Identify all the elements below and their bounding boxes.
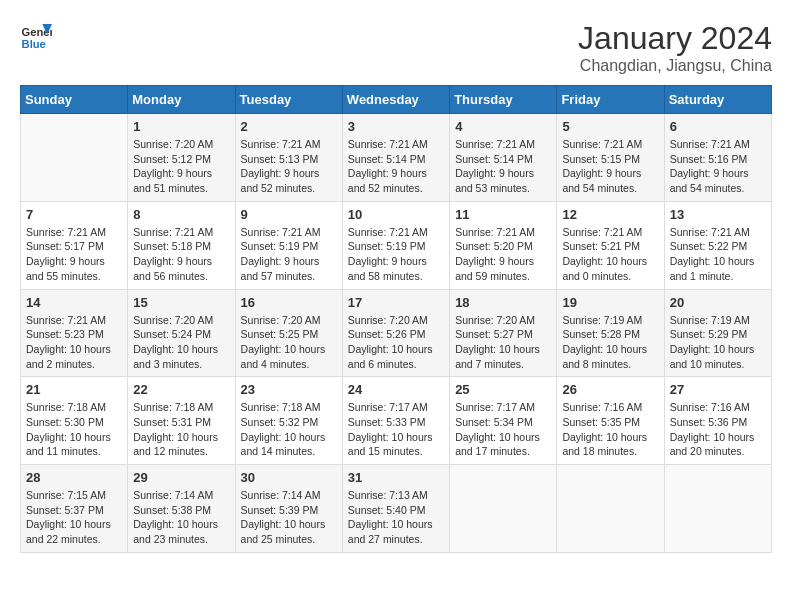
calendar-cell: 1Sunrise: 7:20 AMSunset: 5:12 PMDaylight…: [128, 114, 235, 202]
day-info: Sunrise: 7:17 AMSunset: 5:34 PMDaylight:…: [455, 400, 551, 459]
calendar-cell: 11Sunrise: 7:21 AMSunset: 5:20 PMDayligh…: [450, 201, 557, 289]
calendar-cell: 20Sunrise: 7:19 AMSunset: 5:29 PMDayligh…: [664, 289, 771, 377]
day-info: Sunrise: 7:17 AMSunset: 5:33 PMDaylight:…: [348, 400, 444, 459]
day-info: Sunrise: 7:21 AMSunset: 5:21 PMDaylight:…: [562, 225, 658, 284]
day-number: 8: [133, 207, 229, 222]
day-number: 18: [455, 295, 551, 310]
calendar-cell: 17Sunrise: 7:20 AMSunset: 5:26 PMDayligh…: [342, 289, 449, 377]
day-info: Sunrise: 7:16 AMSunset: 5:36 PMDaylight:…: [670, 400, 766, 459]
day-number: 15: [133, 295, 229, 310]
calendar-cell: 29Sunrise: 7:14 AMSunset: 5:38 PMDayligh…: [128, 465, 235, 553]
day-info: Sunrise: 7:18 AMSunset: 5:30 PMDaylight:…: [26, 400, 122, 459]
calendar-week-row: 1Sunrise: 7:20 AMSunset: 5:12 PMDaylight…: [21, 114, 772, 202]
weekday-header-cell: Thursday: [450, 86, 557, 114]
calendar-cell: 8Sunrise: 7:21 AMSunset: 5:18 PMDaylight…: [128, 201, 235, 289]
day-info: Sunrise: 7:16 AMSunset: 5:35 PMDaylight:…: [562, 400, 658, 459]
calendar-cell: 21Sunrise: 7:18 AMSunset: 5:30 PMDayligh…: [21, 377, 128, 465]
day-info: Sunrise: 7:14 AMSunset: 5:38 PMDaylight:…: [133, 488, 229, 547]
calendar-cell: 3Sunrise: 7:21 AMSunset: 5:14 PMDaylight…: [342, 114, 449, 202]
day-number: 1: [133, 119, 229, 134]
day-info: Sunrise: 7:21 AMSunset: 5:13 PMDaylight:…: [241, 137, 337, 196]
day-number: 27: [670, 382, 766, 397]
day-number: 28: [26, 470, 122, 485]
calendar-cell: 26Sunrise: 7:16 AMSunset: 5:35 PMDayligh…: [557, 377, 664, 465]
day-number: 19: [562, 295, 658, 310]
calendar-cell: 10Sunrise: 7:21 AMSunset: 5:19 PMDayligh…: [342, 201, 449, 289]
day-info: Sunrise: 7:21 AMSunset: 5:22 PMDaylight:…: [670, 225, 766, 284]
day-info: Sunrise: 7:15 AMSunset: 5:37 PMDaylight:…: [26, 488, 122, 547]
day-info: Sunrise: 7:21 AMSunset: 5:19 PMDaylight:…: [241, 225, 337, 284]
day-info: Sunrise: 7:19 AMSunset: 5:29 PMDaylight:…: [670, 313, 766, 372]
calendar-week-row: 14Sunrise: 7:21 AMSunset: 5:23 PMDayligh…: [21, 289, 772, 377]
day-number: 16: [241, 295, 337, 310]
day-info: Sunrise: 7:20 AMSunset: 5:27 PMDaylight:…: [455, 313, 551, 372]
day-info: Sunrise: 7:20 AMSunset: 5:26 PMDaylight:…: [348, 313, 444, 372]
logo-icon: General Blue: [20, 20, 52, 52]
calendar-cell: [557, 465, 664, 553]
day-number: 29: [133, 470, 229, 485]
calendar-cell: [21, 114, 128, 202]
calendar-week-row: 28Sunrise: 7:15 AMSunset: 5:37 PMDayligh…: [21, 465, 772, 553]
day-info: Sunrise: 7:19 AMSunset: 5:28 PMDaylight:…: [562, 313, 658, 372]
day-number: 2: [241, 119, 337, 134]
calendar-cell: 22Sunrise: 7:18 AMSunset: 5:31 PMDayligh…: [128, 377, 235, 465]
calendar-cell: 19Sunrise: 7:19 AMSunset: 5:28 PMDayligh…: [557, 289, 664, 377]
day-number: 4: [455, 119, 551, 134]
calendar-cell: 12Sunrise: 7:21 AMSunset: 5:21 PMDayligh…: [557, 201, 664, 289]
day-info: Sunrise: 7:18 AMSunset: 5:31 PMDaylight:…: [133, 400, 229, 459]
logo: General Blue: [20, 20, 52, 52]
calendar-table: SundayMondayTuesdayWednesdayThursdayFrid…: [20, 85, 772, 553]
calendar-cell: 9Sunrise: 7:21 AMSunset: 5:19 PMDaylight…: [235, 201, 342, 289]
weekday-header-cell: Wednesday: [342, 86, 449, 114]
day-info: Sunrise: 7:21 AMSunset: 5:20 PMDaylight:…: [455, 225, 551, 284]
calendar-week-row: 7Sunrise: 7:21 AMSunset: 5:17 PMDaylight…: [21, 201, 772, 289]
calendar-cell: 28Sunrise: 7:15 AMSunset: 5:37 PMDayligh…: [21, 465, 128, 553]
day-number: 17: [348, 295, 444, 310]
calendar-cell: 16Sunrise: 7:20 AMSunset: 5:25 PMDayligh…: [235, 289, 342, 377]
weekday-header-cell: Saturday: [664, 86, 771, 114]
calendar-cell: 4Sunrise: 7:21 AMSunset: 5:14 PMDaylight…: [450, 114, 557, 202]
calendar-cell: 27Sunrise: 7:16 AMSunset: 5:36 PMDayligh…: [664, 377, 771, 465]
day-info: Sunrise: 7:13 AMSunset: 5:40 PMDaylight:…: [348, 488, 444, 547]
day-info: Sunrise: 7:20 AMSunset: 5:12 PMDaylight:…: [133, 137, 229, 196]
day-number: 3: [348, 119, 444, 134]
day-info: Sunrise: 7:21 AMSunset: 5:19 PMDaylight:…: [348, 225, 444, 284]
day-number: 11: [455, 207, 551, 222]
svg-text:Blue: Blue: [22, 38, 46, 50]
page-header: General Blue January 2024 Changdian, Jia…: [20, 20, 772, 75]
day-number: 24: [348, 382, 444, 397]
day-number: 26: [562, 382, 658, 397]
day-info: Sunrise: 7:21 AMSunset: 5:14 PMDaylight:…: [348, 137, 444, 196]
day-info: Sunrise: 7:21 AMSunset: 5:14 PMDaylight:…: [455, 137, 551, 196]
calendar-cell: 13Sunrise: 7:21 AMSunset: 5:22 PMDayligh…: [664, 201, 771, 289]
weekday-header-cell: Monday: [128, 86, 235, 114]
day-number: 23: [241, 382, 337, 397]
day-number: 20: [670, 295, 766, 310]
title-block: January 2024 Changdian, Jiangsu, China: [578, 20, 772, 75]
day-number: 6: [670, 119, 766, 134]
calendar-cell: 30Sunrise: 7:14 AMSunset: 5:39 PMDayligh…: [235, 465, 342, 553]
day-number: 30: [241, 470, 337, 485]
day-info: Sunrise: 7:18 AMSunset: 5:32 PMDaylight:…: [241, 400, 337, 459]
day-number: 14: [26, 295, 122, 310]
weekday-header-cell: Sunday: [21, 86, 128, 114]
calendar-cell: [664, 465, 771, 553]
location: Changdian, Jiangsu, China: [578, 57, 772, 75]
calendar-cell: [450, 465, 557, 553]
calendar-cell: 23Sunrise: 7:18 AMSunset: 5:32 PMDayligh…: [235, 377, 342, 465]
calendar-cell: 31Sunrise: 7:13 AMSunset: 5:40 PMDayligh…: [342, 465, 449, 553]
day-number: 13: [670, 207, 766, 222]
day-info: Sunrise: 7:21 AMSunset: 5:23 PMDaylight:…: [26, 313, 122, 372]
day-info: Sunrise: 7:21 AMSunset: 5:17 PMDaylight:…: [26, 225, 122, 284]
day-info: Sunrise: 7:14 AMSunset: 5:39 PMDaylight:…: [241, 488, 337, 547]
calendar-cell: 25Sunrise: 7:17 AMSunset: 5:34 PMDayligh…: [450, 377, 557, 465]
day-number: 9: [241, 207, 337, 222]
calendar-cell: 5Sunrise: 7:21 AMSunset: 5:15 PMDaylight…: [557, 114, 664, 202]
day-number: 25: [455, 382, 551, 397]
day-number: 7: [26, 207, 122, 222]
calendar-cell: 2Sunrise: 7:21 AMSunset: 5:13 PMDaylight…: [235, 114, 342, 202]
weekday-header-row: SundayMondayTuesdayWednesdayThursdayFrid…: [21, 86, 772, 114]
day-number: 5: [562, 119, 658, 134]
calendar-cell: 18Sunrise: 7:20 AMSunset: 5:27 PMDayligh…: [450, 289, 557, 377]
day-number: 21: [26, 382, 122, 397]
